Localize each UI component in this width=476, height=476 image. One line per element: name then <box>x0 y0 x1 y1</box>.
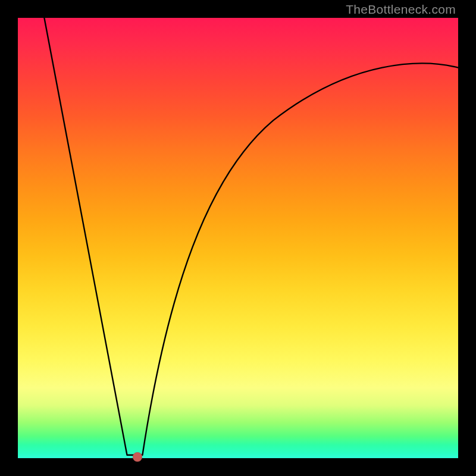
chart-frame: TheBottleneck.com <box>0 0 476 476</box>
bottleneck-curve-path <box>44 18 458 455</box>
minimum-point-marker <box>133 452 142 462</box>
plot-area <box>18 18 458 458</box>
watermark-text: TheBottleneck.com <box>346 2 456 17</box>
bottleneck-curve-svg <box>18 18 458 458</box>
